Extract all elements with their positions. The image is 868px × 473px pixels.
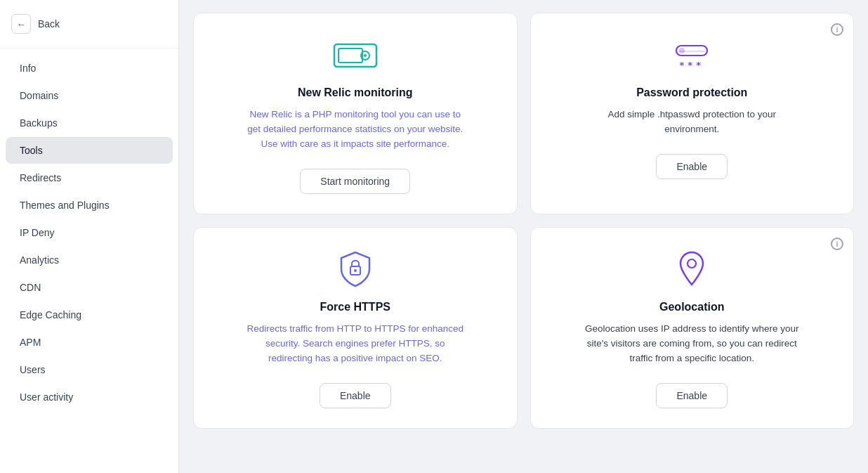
info-icon-password-protection[interactable]: i [831,23,843,36]
card-title-password-protection: Password protection [636,86,747,99]
card-description-force-https: Redirects traffic from HTTP to HTTPS for… [243,322,468,366]
back-label: Back [38,18,60,30]
sidebar-item-backups[interactable]: Backups [6,110,173,136]
card-button-password-protection[interactable]: Enable [656,154,728,179]
tools-grid: New Relic monitoring New Relic is a PHP … [193,13,854,429]
card-button-geolocation[interactable]: Enable [656,383,728,408]
card-force-https: Force HTTPS Redirects traffic from HTTP … [193,227,518,429]
nav-menu: InfoDomainsBackupsToolsRedirectsThemes a… [0,48,178,473]
card-icon-password-protection: *** [669,36,714,75]
card-title-new-relic: New Relic monitoring [298,86,413,99]
info-icon-geolocation[interactable]: i [831,238,843,250]
main-content: New Relic monitoring New Relic is a PHP … [179,0,868,473]
card-password-protection: i *** Password protection Add simple .ht… [530,13,855,214]
card-description-new-relic: New Relic is a PHP monitoring tool you c… [243,108,468,152]
sidebar-item-users[interactable]: Users [6,356,173,383]
card-description-password-protection: Add simple .htpasswd protection to your … [579,108,804,137]
sidebar-item-domains[interactable]: Domains [6,82,173,109]
card-button-force-https[interactable]: Enable [320,383,391,408]
sidebar-item-user-activity[interactable]: User activity [6,384,173,410]
card-description-geolocation: Geolocation uses IP address to identify … [579,322,804,366]
card-icon-force-https [338,250,372,290]
card-title-force-https: Force HTTPS [320,301,390,313]
sidebar-item-redirects[interactable]: Redirects [6,164,173,191]
sidebar-item-info[interactable]: Info [6,55,173,82]
card-icon-new-relic [333,36,378,75]
sidebar-item-cdn[interactable]: CDN [6,274,173,301]
sidebar-item-edge-caching[interactable]: Edge Caching [6,302,173,328]
svg-point-9 [354,269,357,272]
svg-rect-6 [679,51,704,52]
card-button-new-relic[interactable]: Start monitoring [300,169,410,194]
card-geolocation: i Geolocation Geolocation uses IP addres… [530,227,855,429]
sidebar-item-themes-plugins[interactable]: Themes and Plugins [6,192,173,219]
svg-point-10 [688,259,696,268]
card-new-relic: New Relic monitoring New Relic is a PHP … [193,13,518,214]
sidebar-item-tools[interactable]: Tools [6,137,173,164]
back-arrow-icon: ← [11,14,31,34]
sidebar-item-analytics[interactable]: Analytics [6,247,173,273]
sidebar-item-ip-deny[interactable]: IP Deny [6,219,173,246]
card-title-geolocation: Geolocation [659,301,724,313]
card-icon-geolocation [676,250,707,290]
svg-rect-1 [338,48,362,63]
sidebar-item-apm[interactable]: APM [6,329,173,356]
sidebar: ← Back InfoDomainsBackupsToolsRedirectsT… [0,0,179,473]
svg-point-3 [364,54,367,57]
svg-text:***: *** [679,60,704,70]
back-button[interactable]: ← Back [0,0,178,48]
